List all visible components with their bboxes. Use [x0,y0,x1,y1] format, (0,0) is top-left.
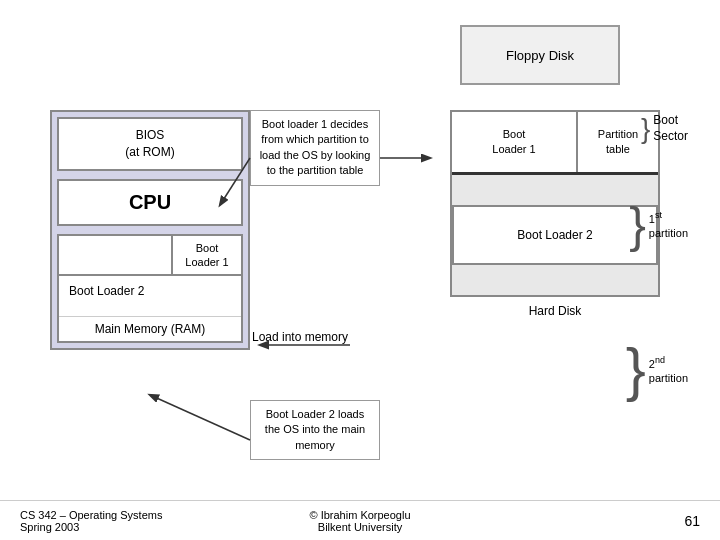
harddisk-top-row: BootLoader 1 Partitiontable [452,112,658,175]
partition2-label: 2ndpartition [649,355,688,385]
footer-center-line1: © Ibrahim Korpeoglu [247,509,474,521]
boot-loader1-left-cell: BootLoader 1 [171,236,241,275]
left-panel: BIOS(at ROM) CPU BootLoader 1 Boot Loade… [50,110,250,350]
callout1-text: Boot loader 1 decides from which partiti… [260,118,371,176]
boot-loader2-left-row: Boot Loader 2 [59,276,241,316]
harddisk-mid-space [452,175,658,205]
footer-center: © Ibrahim Korpeoglu Bilkent University [247,509,474,533]
bios-label: BIOS(at ROM) [125,128,174,159]
callout2-text: Boot Loader 2 loads the OS into the main… [265,408,365,451]
boot-loader2-hd: Boot Loader 2 [452,205,658,265]
floppy-disk-label: Floppy Disk [506,48,574,63]
partition1-brace: } [629,200,646,250]
partition1-label: 1stpartition [649,210,688,240]
page-number: 61 [684,513,700,529]
partition2-area: } 2ndpartition [626,340,688,400]
cpu-box: CPU [57,179,243,226]
bios-box: BIOS(at ROM) [57,117,243,171]
boot-loader1-hd: BootLoader 1 [452,112,578,172]
callout2-box: Boot Loader 2 loads the OS into the main… [250,400,380,460]
harddisk-label: Hard Disk [450,300,660,322]
boot-sector-area: } BootSector [641,113,688,144]
partition2-brace: } [626,340,646,400]
footer-left: CS 342 – Operating Systems Spring 2003 [20,509,247,533]
memory-section: BootLoader 1 Boot Loader 2 Main Memory (… [57,234,243,344]
boot-sector-label: BootSector [653,113,688,144]
footer-left-line1: CS 342 – Operating Systems [20,509,247,521]
callout1-box: Boot loader 1 decides from which partiti… [250,110,380,186]
main-memory-label: Main Memory (RAM) [59,316,241,341]
footer-center-line2: Bilkent University [247,521,474,533]
svg-line-3 [150,395,250,440]
harddisk-bottom-space [452,265,658,295]
boot-loader2-left-label: Boot Loader 2 [69,284,144,298]
boot-sector-brace: } [641,115,650,143]
footer-left-line2: Spring 2003 [20,521,247,533]
memory-label-left [59,236,171,275]
footer-right: 61 [473,513,700,529]
load-into-memory-label: Load into memory [250,330,350,344]
cpu-label: CPU [129,191,171,213]
partition1-area: } 1stpartition [629,200,688,250]
floppy-disk-box: Floppy Disk [460,25,620,85]
footer: CS 342 – Operating Systems Spring 2003 ©… [0,500,720,540]
